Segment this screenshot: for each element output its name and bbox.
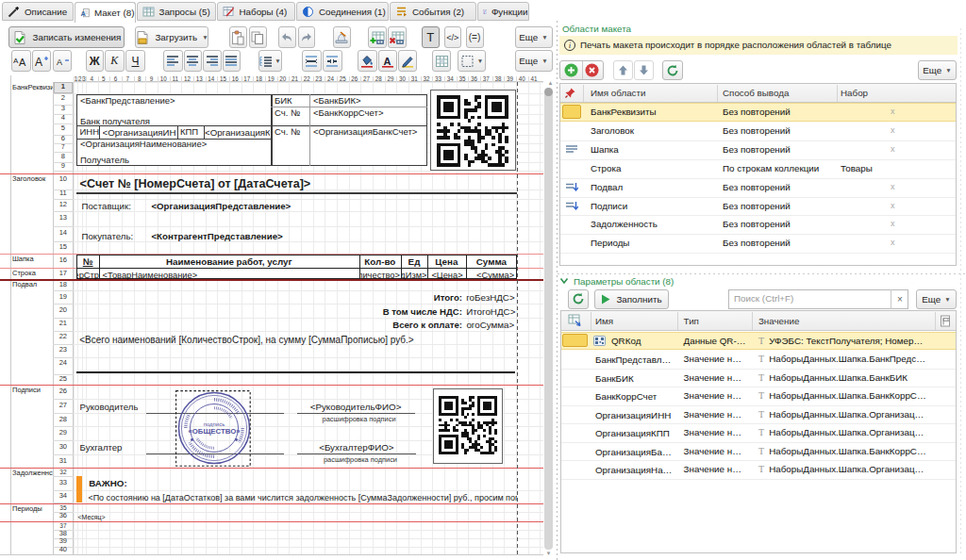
svg-text:A: A [80, 9, 86, 18]
svg-text:A: A [35, 56, 42, 68]
svg-text:A: A [383, 56, 391, 67]
svg-text:A: A [19, 57, 26, 68]
svg-text:A: A [57, 58, 62, 67]
